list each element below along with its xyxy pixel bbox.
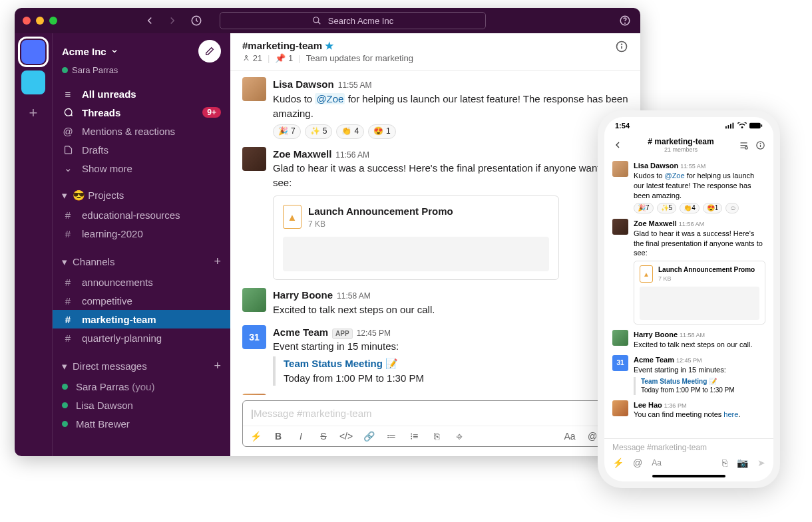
reaction[interactable]: ✨5 <box>657 203 677 213</box>
message-author[interactable]: Lee Hao <box>273 394 311 395</box>
send-button[interactable]: ➤ <box>757 457 765 468</box>
camera-button[interactable]: 📷 <box>737 457 748 468</box>
sidebar-show-more[interactable]: ⌄Show more <box>53 159 230 178</box>
section-channels[interactable]: ▾Channels+ <box>53 251 230 273</box>
mobile-message-input[interactable]: Message #marketing-team <box>612 443 765 452</box>
user-status[interactable]: Sara Parras <box>53 65 230 80</box>
strikethrough-button[interactable]: S <box>317 430 329 442</box>
pin-count[interactable]: 📌 1 <box>275 53 293 63</box>
mention[interactable]: @Zoe <box>315 93 345 104</box>
attach-button[interactable]: ⎘ <box>722 457 727 468</box>
avatar[interactable] <box>612 219 628 235</box>
message[interactable]: Harry Boone 11:58 AM Excited to talk nex… <box>604 327 773 352</box>
bold-button[interactable]: B <box>272 430 284 442</box>
sidebar-dm-matt[interactable]: Matt Brewer <box>53 414 230 433</box>
file-attachment[interactable]: ▲ Launch Announcement Promo7 KB <box>273 196 559 280</box>
calendar-icon[interactable]: 31 <box>612 355 628 371</box>
add-workspace-button[interactable]: + <box>21 101 45 125</box>
message[interactable]: 31 Acme TeamAPP12:45 PM Event starting i… <box>230 321 640 390</box>
channel-details-button[interactable] <box>615 40 628 53</box>
formatting-button[interactable]: Aa <box>564 430 576 442</box>
bullet-list-button[interactable]: ⁝≡ <box>408 430 420 442</box>
shortcuts-button[interactable]: ⚡ <box>612 457 624 468</box>
sidebar-channel-announcements[interactable]: #announcements <box>53 273 230 291</box>
reaction[interactable]: 🎉7 <box>273 124 301 138</box>
workspace-switcher-2[interactable] <box>21 70 45 94</box>
workspace-switcher-1[interactable] <box>21 40 45 64</box>
maximize-window-button[interactable] <box>49 17 57 25</box>
formatting-button[interactable]: Aa <box>652 458 662 467</box>
add-dm-button[interactable]: + <box>214 359 221 373</box>
add-reaction-button[interactable]: ☺ <box>725 203 739 213</box>
sidebar-dm-sara[interactable]: Sara Parras (you) <box>53 377 230 396</box>
close-window-button[interactable] <box>23 17 31 25</box>
link-button[interactable]: 🔗 <box>363 430 375 442</box>
sidebar-mentions[interactable]: @Mentions & reactions <box>53 122 230 140</box>
avatar[interactable] <box>612 400 628 416</box>
message-list[interactable]: Lisa Dawson11:55 AM Kudos to @Zoe for he… <box>230 70 640 395</box>
channel-name[interactable]: #marketing-team ★ <box>242 40 413 52</box>
code-button[interactable]: </> <box>340 430 352 442</box>
sidebar-drafts[interactable]: Drafts <box>53 140 230 159</box>
search-button[interactable] <box>739 140 749 150</box>
sidebar-channel-marketing-team[interactable]: #marketing-team <box>53 310 230 328</box>
message-author[interactable]: Harry Boone <box>273 288 333 303</box>
reaction[interactable]: 👏4 <box>336 124 364 138</box>
calendar-icon[interactable]: 31 <box>242 325 266 349</box>
search-input[interactable]: Search Acme Inc <box>220 12 486 29</box>
message-input[interactable]: |Message #marketing-team <box>243 401 628 426</box>
channel-topic[interactable]: Team updates for marketing <box>306 53 413 63</box>
mobile-channel-name[interactable]: # marketing-team <box>648 137 713 146</box>
event-title[interactable]: Team Status Meeting <box>284 358 383 369</box>
sidebar-channel-educational[interactable]: #educational-resources <box>53 205 230 224</box>
sidebar-dm-lisa[interactable]: Lisa Dawson <box>53 396 230 414</box>
section-dms[interactable]: ▾Direct messages+ <box>53 355 230 377</box>
mention-button[interactable]: @ <box>586 430 598 442</box>
back-button[interactable] <box>612 140 623 150</box>
avatar[interactable] <box>612 161 628 177</box>
message[interactable]: Lee Hao1:36 PM You can find meeting note… <box>230 390 640 395</box>
message-author[interactable]: Lisa Dawson <box>273 77 334 92</box>
message[interactable]: Zoe Maxwell11:56 AM Glad to hear it was … <box>230 143 640 284</box>
message[interactable]: Harry Boone11:58 AM Excited to talk next… <box>230 284 640 321</box>
message[interactable]: Zoe Maxwell 11:56 AM Glad to hear it was… <box>604 216 773 327</box>
italic-button[interactable]: I <box>295 430 307 442</box>
forward-button[interactable] <box>166 15 178 27</box>
section-projects[interactable]: ▾😎 Projects <box>53 186 230 205</box>
message-author[interactable]: Zoe Maxwell <box>273 147 331 162</box>
avatar[interactable] <box>612 330 628 346</box>
sidebar-channel-quarterly[interactable]: #quarterly-planning <box>53 328 230 347</box>
message[interactable]: 31 Acme Team 12:45 PM Event starting in … <box>604 352 773 398</box>
blockquote-button[interactable]: ⎘ <box>431 430 443 442</box>
avatar[interactable] <box>242 394 266 395</box>
file-attachment[interactable]: ▲ Launch Announcement Promo7 KB <box>634 261 765 325</box>
avatar[interactable] <box>242 77 266 101</box>
ordered-list-button[interactable]: ≔ <box>385 430 397 442</box>
sidebar-channel-competitive[interactable]: #competitive <box>53 291 230 310</box>
reaction[interactable]: ✨5 <box>305 124 333 138</box>
mobile-message-list[interactable]: Lisa Dawson 11:55 AM Kudos to @Zoe for h… <box>604 157 773 438</box>
help-button[interactable] <box>619 15 631 27</box>
shortcuts-button[interactable]: ⚡ <box>250 430 262 442</box>
reaction[interactable]: 🎉7 <box>634 203 654 213</box>
back-button[interactable] <box>144 15 156 27</box>
message[interactable]: Lisa Dawson11:55 AM Kudos to @Zoe for he… <box>230 73 640 143</box>
history-button[interactable] <box>190 15 202 27</box>
info-button[interactable] <box>755 140 765 150</box>
member-count[interactable]: 21 <box>242 53 262 63</box>
reaction[interactable]: 😍1 <box>368 124 396 138</box>
sidebar-channel-learning[interactable]: #learning-2020 <box>53 224 230 243</box>
avatar[interactable] <box>242 288 266 312</box>
reaction[interactable]: 👏4 <box>680 203 700 213</box>
avatar[interactable] <box>242 147 266 171</box>
message[interactable]: Lee Hao 1:36 PM You can find meeting not… <box>604 398 773 423</box>
compose-button[interactable] <box>198 40 221 63</box>
star-icon[interactable]: ★ <box>325 40 333 51</box>
message-author[interactable]: Acme Team <box>273 325 328 340</box>
sidebar-threads[interactable]: Threads9+ <box>53 103 230 122</box>
codeblock-button[interactable]: ⎆ <box>453 430 465 442</box>
reaction[interactable]: 😍1 <box>703 203 723 213</box>
minimize-window-button[interactable] <box>36 17 44 25</box>
workspace-name-button[interactable]: Acme Inc <box>62 46 118 57</box>
message[interactable]: Lisa Dawson 11:55 AM Kudos to @Zoe for h… <box>604 158 773 216</box>
